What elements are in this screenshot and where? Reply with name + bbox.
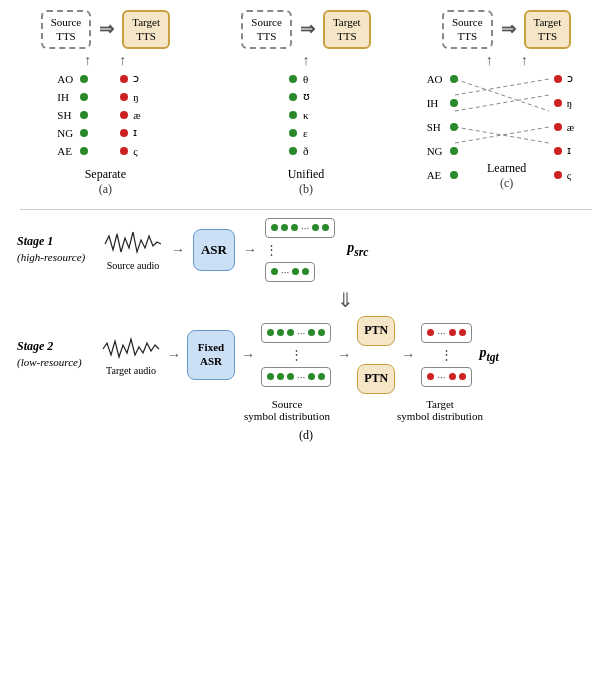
sd8 <box>302 268 309 275</box>
sd20 <box>449 329 456 336</box>
sd15 <box>277 373 284 380</box>
up-arrow-b: ↑ <box>302 53 309 69</box>
dot-r3 <box>120 111 128 119</box>
ellipsis4: ··· <box>297 371 305 383</box>
up-arrows-c: ↑ ↑ <box>486 53 528 69</box>
dot-c-ae <box>450 171 458 179</box>
dot-sh <box>80 111 88 119</box>
ph-b4: ε <box>303 127 323 139</box>
sd17 <box>308 373 315 380</box>
seq-3-1: ··· <box>421 323 471 343</box>
stage2-arrow2: → <box>241 347 255 363</box>
dot-c-r4 <box>554 147 562 155</box>
ph-c-r3: æ <box>567 121 587 133</box>
up-arrows-a: ↑ ↑ <box>84 53 126 69</box>
sd23 <box>449 373 456 380</box>
stage2-tgt-sequences: ··· ⋮ ··· <box>421 323 471 387</box>
arrow-b: ⇒ <box>300 18 315 40</box>
dot-b3 <box>289 111 297 119</box>
src-sym-dist-label: Source symbol distribution <box>237 398 337 422</box>
svg-line-1 <box>455 79 549 95</box>
diagram-unified: SourceTTS ⇒ TargetTTS ↑ θ ʊ κ ε ð Unifie… <box>211 10 401 197</box>
ph-c-r5: ς <box>567 169 587 181</box>
ph-c-ao: AO <box>427 73 447 85</box>
sd16 <box>287 373 294 380</box>
sd19 <box>427 329 434 336</box>
ptn-boxes: PTN PTN <box>357 316 395 394</box>
stage2-label: Stage 2 (low-resource) <box>17 339 95 370</box>
sd4 <box>312 224 319 231</box>
ptn-box-2: PTN <box>357 364 395 394</box>
stage2-container: Stage 2 (low-resource) Target audio → Fi… <box>5 314 607 394</box>
learned-area: AO IH SH NG AE ɔ ŋ æ ɪ ς <box>427 71 587 157</box>
source-tts-box-b: SourceTTS <box>241 10 292 49</box>
ph-c-ih: IH <box>427 97 447 109</box>
dot-r1 <box>120 75 128 83</box>
dot-r4 <box>120 129 128 137</box>
sd14 <box>267 373 274 380</box>
diagram-learned: SourceTTS ⇒ TargetTTS ↑ ↑ <box>412 10 602 197</box>
stage2-audio-group: Target audio <box>101 333 161 376</box>
tgt-sym-label: Target symbol distribution <box>397 398 483 422</box>
src-sym-label: Source symbol distribution <box>244 398 330 422</box>
dot-c-r2 <box>554 99 562 107</box>
dot-ao <box>80 75 88 83</box>
up-arrow-left-a: ↑ <box>84 53 91 69</box>
arrow-c: ⇒ <box>501 18 516 40</box>
ph-c-r1: ɔ <box>567 72 587 85</box>
dot-r5 <box>120 147 128 155</box>
diagram-separate: SourceTTS ⇒ TargetTTS ↑ ↑ AO IH SH NG AE <box>10 10 200 197</box>
divider <box>20 209 592 210</box>
learned-left: AO IH SH NG AE <box>427 71 458 183</box>
ph-c-r4: ɪ <box>567 144 587 157</box>
sd18 <box>318 373 325 380</box>
sd13 <box>318 329 325 336</box>
phoneme-right-a: ɔ ŋ æ ɪ ς <box>120 71 153 159</box>
ph-ao: AO <box>57 73 77 85</box>
stage2-row: Stage 2 (low-resource) Target audio → Fi… <box>17 316 595 394</box>
label-unified: Unified (b) <box>288 167 325 197</box>
dot-c-sh <box>450 123 458 131</box>
sd10 <box>277 329 284 336</box>
svg-line-2 <box>455 95 549 111</box>
ph-b1: θ <box>303 73 323 85</box>
ph-r2: ŋ <box>133 91 153 103</box>
sd5 <box>322 224 329 231</box>
top-section: SourceTTS ⇒ TargetTTS ↑ ↑ AO IH SH NG AE <box>5 10 607 197</box>
stage2-arrow1: → <box>167 347 181 363</box>
stage1-sequences: ··· ⋮ ··· <box>265 218 335 282</box>
phoneme-section-a: AO IH SH NG AE ɔ ŋ æ ɪ ς <box>57 71 153 159</box>
stage1-arrow1: → <box>171 242 185 258</box>
target-tts-box-a: TargetTTS <box>122 10 170 49</box>
main-container: SourceTTS ⇒ TargetTTS ↑ ↑ AO IH SH NG AE <box>0 0 612 680</box>
stage2-src-sequences: ··· ⋮ ··· <box>261 323 331 387</box>
seq-3-2: ··· <box>421 367 471 387</box>
stage1-row: Stage 1 (high-resource) Source audio → A… <box>17 218 595 282</box>
dot-b2 <box>289 93 297 101</box>
seq-2-1: ··· <box>261 323 331 343</box>
dot-c-ng <box>450 147 458 155</box>
ph-r1: ɔ <box>133 72 153 85</box>
tts-row-learned: SourceTTS ⇒ TargetTTS <box>442 10 571 49</box>
audio-wave-stage1 <box>103 228 163 260</box>
ph-b5: ð <box>303 145 323 157</box>
ph-r3: æ <box>133 109 153 121</box>
dots-between2: ⋮ <box>261 347 331 363</box>
dots-between3: ⋮ <box>421 347 471 363</box>
dots-between: ⋮ <box>265 242 278 258</box>
target-tts-box-b: TargetTTS <box>323 10 371 49</box>
sd3 <box>291 224 298 231</box>
p-tgt-label: ptgt <box>480 345 499 364</box>
up-arrow-right-c: ↑ <box>521 53 528 69</box>
sd11 <box>287 329 294 336</box>
dot-c-ao <box>450 75 458 83</box>
dot-ih <box>80 93 88 101</box>
phoneme-center-b: θ ʊ κ ε ð <box>289 71 323 159</box>
ph-c-ng: NG <box>427 145 447 157</box>
ellipsis1: ··· <box>301 222 309 234</box>
stage1-asr-box: ASR <box>193 229 235 271</box>
stage2-arrow3: → <box>337 347 351 363</box>
dot-b4 <box>289 129 297 137</box>
ellipsis5: ··· <box>437 327 445 339</box>
learned-right: ɔ ŋ æ ɪ ς <box>554 71 587 183</box>
